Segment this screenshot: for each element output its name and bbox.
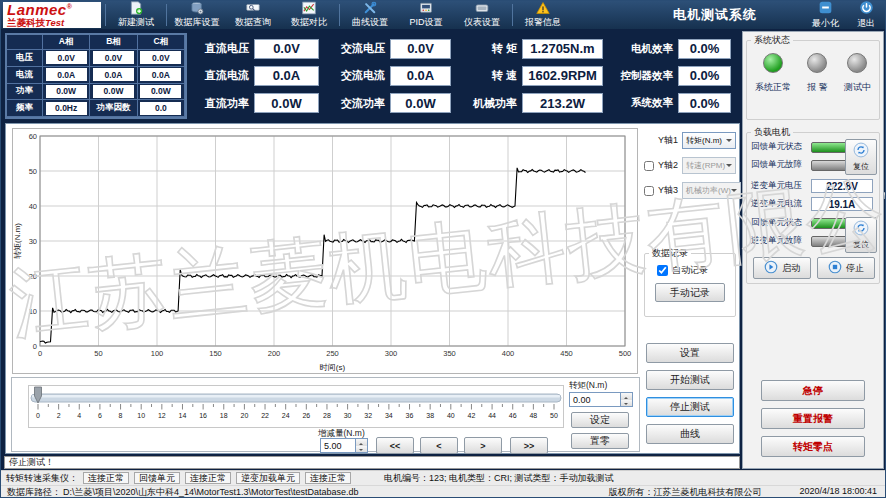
load-motor-title: 负载电机 (751, 127, 793, 137)
feedback-reset-button[interactable]: 复位 (845, 139, 877, 175)
y3-axis-checkbox[interactable] (644, 186, 654, 196)
manual-record-button[interactable]: 手动记录 (655, 283, 725, 302)
chevron-down-icon (726, 139, 732, 145)
torque-zero-button[interactable]: 转矩零点 (761, 436, 865, 457)
curve-button[interactable]: 曲线 (646, 424, 734, 444)
decrease-button[interactable]: < (420, 437, 458, 454)
torque-value: 1.2705N.m (522, 39, 603, 59)
data-record-group: 数据记录 自动记录 手动记录 (644, 253, 736, 317)
svg-text:50: 50 (94, 349, 102, 358)
y1-axis-select[interactable]: 转矩(N.m) (682, 132, 736, 149)
collector-label: 转矩转速采集仪： (6, 472, 78, 485)
system-normal-label: 系统正常 (755, 81, 791, 94)
power-row-label: 功率 (7, 84, 43, 101)
toolbar-data-query-button[interactable]: 数据查询 (225, 1, 281, 29)
step-amount-spinner[interactable]: 5.00 (320, 438, 368, 453)
stop-test-button[interactable]: 停止测试 (646, 397, 734, 417)
db-path-label: 数据库路径： (7, 486, 61, 498)
current-b-cell: 0.0A (90, 67, 137, 84)
toolbar-label: 报警信息 (525, 16, 561, 29)
svg-text:20: 20 (29, 272, 37, 281)
fast-increase-button[interactable]: >> (510, 437, 548, 454)
auto-record-checkbox[interactable] (657, 265, 668, 276)
svg-text:40: 40 (447, 412, 455, 419)
auto-record-label: 自动记录 (672, 264, 708, 277)
svg-text:450: 450 (560, 349, 573, 358)
toolbar-new-test-button[interactable]: 新建测试 (108, 1, 164, 29)
svg-text:30: 30 (344, 412, 352, 419)
motor-eff-value: 0.0% (678, 39, 731, 59)
inverter-current-row: 逆变单元电流 19.1A (751, 197, 873, 211)
dc-power-label: 直流功率 (191, 96, 249, 111)
y1-axis-label: Y轴1 (658, 134, 682, 147)
reset-label: 复位 (853, 161, 869, 172)
y2-axis-select[interactable]: 转速(RPM) (682, 157, 736, 174)
svg-text:400: 400 (502, 349, 515, 358)
toolbar-label: 数据库设置 (175, 16, 220, 29)
phase-a-header: A相 (43, 35, 90, 50)
torque-setpoint-value[interactable]: 0.00 (569, 392, 621, 407)
measurement-grid: 直流电压0.0V 直流电流0.0A 直流功率0.0W 交流电压0.0V 交流电流… (191, 32, 739, 120)
zero-button[interactable]: 置零 (571, 433, 629, 449)
chart-panel: 0501001502002503003504004505000102030405… (5, 123, 740, 454)
svg-text:16: 16 (199, 412, 207, 419)
meter-settings-icon (475, 1, 489, 15)
inverter-reset-button[interactable]: 复位 (845, 217, 877, 253)
reset-alarm-button[interactable]: 重置报警 (761, 408, 865, 429)
torque-setpoint-spinner[interactable]: 0.00 (569, 392, 633, 407)
svg-text:22: 22 (261, 412, 269, 419)
start-motor-button[interactable]: 启动 (753, 257, 811, 279)
emergency-stop-button[interactable]: 急停 (761, 380, 865, 401)
minimize-icon (818, 0, 833, 17)
testing-label: 测试中 (844, 81, 871, 94)
svg-text:38: 38 (426, 412, 434, 419)
torque-spinner-arrows[interactable] (621, 392, 633, 407)
stop-motor-button[interactable]: 停止 (817, 257, 875, 279)
feedback-status-row: 回馈单元状态 (751, 141, 857, 153)
increase-button[interactable]: > (464, 437, 502, 454)
svg-text:60: 60 (29, 132, 37, 141)
y2-axis-checkbox[interactable] (644, 161, 654, 171)
feedback-unit-status: 连接正常 (185, 472, 231, 484)
ac-voltage-value: 0.0V (390, 39, 451, 59)
y3-axis-select[interactable]: 机械功率(W) (682, 182, 741, 199)
power-factor-value: 0.0 (140, 102, 181, 115)
toolbar-data-compare-button[interactable]: 数据对比 (281, 1, 337, 29)
start-test-button[interactable]: 开始测试 (646, 370, 734, 390)
minimize-button[interactable]: 最小化 (812, 0, 839, 30)
data-record-title: 数据记录 (649, 248, 691, 258)
toolbar-separator (512, 4, 513, 26)
step-spinner-arrows[interactable] (356, 438, 368, 453)
feedback-fault-label: 回馈单元故障 (751, 159, 811, 171)
fast-decrease-button[interactable]: << (376, 437, 414, 454)
toolbar-meter-settings-button[interactable]: 仪表设置 (454, 1, 510, 29)
inverter-voltage-value: 222.8V (811, 179, 873, 193)
toolbar-curve-settings-button[interactable]: 曲线设置 (342, 1, 398, 29)
svg-text:50: 50 (29, 167, 37, 176)
svg-text:46: 46 (509, 412, 517, 419)
test-buttons: 设置 开始测试 停止测试 曲线 (644, 343, 736, 444)
current-b-value: 0.0A (93, 68, 134, 81)
y1-axis-value: 转矩(N.m) (686, 135, 722, 146)
toolbar-label: 新建测试 (118, 16, 154, 29)
set-button[interactable]: 设定 (571, 412, 629, 428)
datetime-text: 2020/4/18 18:00:41 (799, 486, 877, 498)
svg-text:18: 18 (220, 412, 228, 419)
dc-current-label: 直流电流 (191, 68, 249, 83)
toolbar-alarm-info-button[interactable]: 报警信息 (515, 1, 571, 29)
toolbar-label: 数据查询 (235, 16, 271, 29)
toolbar-database-settings-button[interactable]: 数据库设置 (169, 1, 225, 29)
step-amount-value[interactable]: 5.00 (320, 438, 356, 453)
exit-button[interactable]: 退出 (857, 0, 875, 30)
power-b-cell: 0.0W (90, 84, 137, 101)
feedback-status2-row: 回馈单元状态 (751, 217, 857, 229)
svg-text:500: 500 (619, 349, 632, 358)
current-c-cell: 0.0A (138, 67, 185, 84)
logo-registered-mark: ® (67, 3, 73, 10)
load-slider-ruler[interactable]: 0246810121416182022242628303234363840424… (29, 386, 563, 427)
settings-button[interactable]: 设置 (646, 343, 734, 363)
chart-frame: 0501001502002503003504004505000102030405… (12, 128, 638, 374)
power-factor-cell: 0.0 (138, 100, 185, 117)
toolbar-pid-settings-button[interactable]: PID设置 (398, 1, 454, 29)
dc-voltage-label: 直流电压 (191, 41, 249, 56)
